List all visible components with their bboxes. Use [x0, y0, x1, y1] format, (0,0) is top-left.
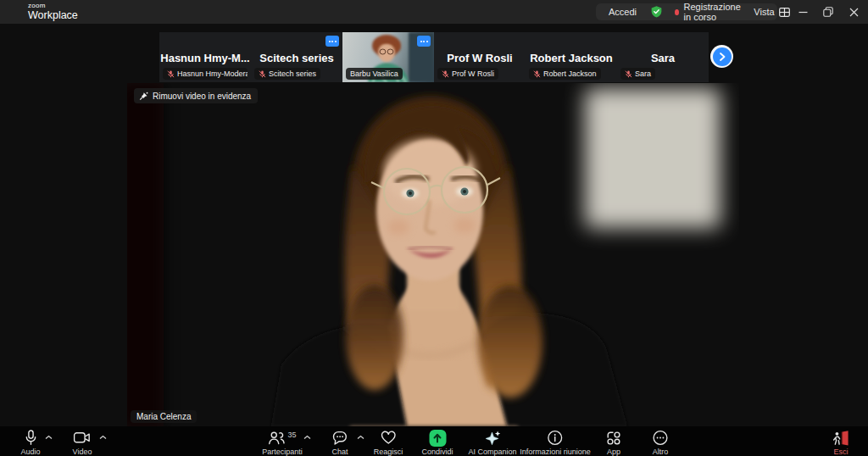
- ai-companion-label: AI Companion: [468, 448, 516, 456]
- chat-options-chevron[interactable]: [357, 435, 364, 440]
- tile-display-name: Prof W Rosli: [434, 51, 526, 64]
- recording-dot-icon: [675, 9, 678, 15]
- tile-name-pill: Robert Jackson: [529, 68, 601, 80]
- tile-name-pill: Barbu Vasilica: [346, 68, 403, 80]
- audio-label: Audio: [20, 448, 40, 456]
- titlebar: zoom Workplace Accedi Registrazione in c…: [0, 0, 868, 24]
- chat-label: Chat: [331, 448, 348, 456]
- apps-icon: [606, 431, 621, 446]
- tile-display-name: Robert Jackson: [526, 51, 617, 64]
- security-shield-icon[interactable]: [650, 5, 663, 19]
- participants-options-chevron[interactable]: [303, 435, 311, 440]
- share-label: Condividi: [421, 448, 453, 456]
- apps-button[interactable]: App: [606, 429, 621, 456]
- chevron-right-icon: [719, 53, 726, 61]
- remove-spotlight-label: Rimuovi video in evidenza: [153, 92, 251, 101]
- tile-name-pill: Hasnun Hmy-Moderat...: [163, 68, 248, 80]
- video-options-chevron[interactable]: [99, 435, 107, 440]
- microphone-icon: [23, 430, 38, 446]
- video-button[interactable]: Video: [73, 429, 92, 456]
- pin-icon: [139, 92, 148, 101]
- filmstrip-next-page-button[interactable]: [710, 45, 733, 68]
- speaker-name-pill: Maria Celenza: [131, 410, 197, 423]
- recording-label: Registrazione in corso: [684, 2, 743, 22]
- tile-name-pill: Sara: [620, 68, 655, 80]
- muted-mic-icon: [625, 70, 632, 78]
- tile-pill-label: Hasnun Hmy-Moderat...: [177, 70, 248, 78]
- tile-pill-label: Barbu Vasilica: [350, 70, 398, 78]
- video-tile-hasnun[interactable]: Hasnun Hmy-M... Hasnun Hmy-Moderat...: [159, 32, 251, 82]
- share-screen-icon: [429, 430, 446, 447]
- leave-label: Esci: [833, 448, 848, 456]
- zoom-meeting-window: zoom Workplace Accedi Registrazione in c…: [0, 0, 868, 456]
- video-tile-barbu[interactable]: Barbu Vasilica: [342, 32, 434, 82]
- restore-button[interactable]: [815, 0, 841, 24]
- tile-display-name: Sara: [617, 51, 709, 64]
- meeting-info-button[interactable]: Informazioni riunione: [520, 429, 591, 456]
- chat-bubble-icon: [331, 431, 348, 445]
- brand-zoom: zoom: [28, 3, 78, 9]
- spotlight-video[interactable]: Rimuovi video in evidenza Maria Celenza: [127, 83, 739, 426]
- participants-filmstrip: Hasnun Hmy-M... Hasnun Hmy-Moderat... Sc…: [159, 32, 709, 82]
- camera-icon: [74, 431, 91, 444]
- participants-button[interactable]: 35 Partecipanti: [262, 429, 303, 456]
- participants-count-badge: 35: [287, 431, 296, 439]
- tile-pill-label: Robert Jackson: [543, 70, 597, 78]
- titlebar-status-cluster: Accedi Registrazione in corso Vista: [596, 3, 777, 20]
- chat-button[interactable]: Chat: [331, 429, 348, 456]
- react-button[interactable]: Reagisci: [374, 429, 403, 456]
- video-tile-robert[interactable]: Robert Jackson Robert Jackson: [526, 32, 617, 82]
- minimize-button[interactable]: [790, 0, 815, 24]
- chevron-up-icon: [357, 435, 364, 440]
- close-button[interactable]: [841, 0, 866, 24]
- brand-workplace: Workplace: [28, 10, 78, 21]
- recording-indicator[interactable]: Registrazione in corso: [675, 2, 743, 22]
- audio-button[interactable]: Audio: [20, 429, 40, 456]
- chevron-up-icon: [303, 435, 311, 440]
- meeting-info-label: Informazioni riunione: [520, 448, 591, 456]
- more-ellipsis-icon: [653, 430, 669, 446]
- participants-icon: [268, 431, 285, 445]
- apps-label: App: [607, 448, 620, 456]
- tile-more-menu-button[interactable]: [417, 36, 431, 47]
- speaker-portrait: [127, 83, 739, 426]
- speaker-name: Maria Celenza: [136, 412, 191, 421]
- more-label: Altro: [653, 448, 669, 456]
- muted-mic-icon: [167, 70, 175, 78]
- tile-pill-label: Prof W Rosli: [452, 70, 494, 78]
- leave-button[interactable]: Esci: [832, 429, 850, 456]
- share-button[interactable]: Condividi: [421, 429, 453, 456]
- more-button[interactable]: Altro: [653, 429, 669, 456]
- ai-sparkle-icon: [484, 430, 501, 447]
- remove-spotlight-button[interactable]: Rimuovi video in evidenza: [134, 88, 258, 103]
- view-button[interactable]: Vista: [754, 7, 789, 17]
- muted-mic-icon: [259, 70, 266, 78]
- ai-companion-button[interactable]: AI Companion: [468, 429, 516, 456]
- signin-button[interactable]: Accedi: [609, 7, 637, 17]
- participants-label: Partecipanti: [262, 448, 303, 456]
- heart-icon: [380, 431, 396, 445]
- tile-pill-label: Sara: [635, 70, 651, 78]
- audio-options-chevron[interactable]: [45, 435, 53, 440]
- tile-display-name: Hasnun Hmy-M...: [159, 51, 251, 64]
- video-tile-sara[interactable]: Sara Sara: [617, 32, 709, 82]
- react-label: Reagisci: [374, 448, 403, 456]
- muted-mic-icon: [533, 70, 541, 78]
- chevron-up-icon: [99, 435, 107, 440]
- tile-more-menu-button[interactable]: [326, 36, 339, 47]
- view-label: Vista: [754, 7, 774, 17]
- tile-name-pill: Prof W Rosli: [437, 68, 498, 80]
- video-tile-scitech[interactable]: Scitech series Scitech series: [251, 32, 342, 82]
- tile-display-name: Scitech series: [251, 51, 342, 64]
- restore-icon: [823, 7, 833, 17]
- meeting-toolbar: Audio Video 35 Partecipanti Chat: [0, 426, 868, 456]
- leave-door-icon: [832, 430, 850, 447]
- chevron-up-icon: [45, 435, 53, 440]
- zoom-workplace-logo: zoom Workplace: [28, 3, 78, 21]
- muted-mic-icon: [442, 70, 449, 78]
- video-tile-rosli[interactable]: Prof W Rosli Prof W Rosli: [434, 32, 526, 82]
- minimize-icon: [798, 8, 808, 17]
- tile-pill-label: Scitech series: [269, 70, 316, 78]
- info-icon: [547, 430, 563, 446]
- close-icon: [849, 8, 859, 17]
